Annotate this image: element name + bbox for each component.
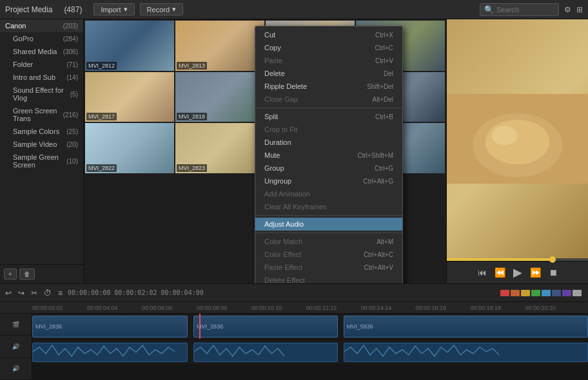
- preview-skip-forward[interactable]: ⏹: [549, 267, 558, 278]
- timeline-ruler: 00:00:02:02 00:00:04:04 00:00:06:06 00:0…: [0, 302, 588, 314]
- preview-controls: ⏮ ⏪ ▶ ⏩ ⏹: [447, 261, 588, 283]
- sidebar-item-sample-colors[interactable]: Sample Colors (25): [0, 125, 83, 138]
- media-thumb[interactable]: MVI_2817: [85, 72, 174, 122]
- sidebar-item-sample-green[interactable]: Sample Green Screen (10): [0, 151, 83, 171]
- preview-skip-back[interactable]: ⏮: [478, 267, 487, 278]
- color-dot-green[interactable]: [531, 290, 540, 296]
- ctx-delete[interactable]: Delete Del: [255, 67, 402, 80]
- sidebar-item-label: Sample Colors: [13, 128, 59, 135]
- ruler-mark: 00:00:18:18: [471, 305, 502, 311]
- preview-step-back[interactable]: ⏪: [495, 267, 505, 278]
- tl-arrow-tool[interactable]: ↩: [4, 287, 13, 299]
- media-thumb[interactable]: MVI_2812: [85, 21, 174, 71]
- sidebar-item-gopro[interactable]: GoPro (284): [0, 32, 83, 45]
- sidebar: Canon (203) GoPro (284) Shared Media (30…: [0, 19, 84, 283]
- sidebar-item-canon[interactable]: Canon (203): [0, 19, 83, 32]
- preview-progress-bar[interactable]: [447, 258, 588, 261]
- sidebar-item-count: (284): [63, 35, 78, 43]
- sidebar-item-count: (71): [66, 61, 78, 68]
- thumb-label: MVI_2818: [177, 113, 207, 120]
- color-marks: [500, 290, 584, 296]
- project-count: (487): [64, 5, 82, 14]
- sidebar-item-label: Intro and Sub: [13, 73, 55, 81]
- preview-step-forward[interactable]: ⏩: [530, 267, 541, 278]
- sidebar-item-label: GoPro: [13, 35, 34, 43]
- svg-point-3: [492, 126, 518, 146]
- sidebar-item-count: (10): [66, 158, 78, 165]
- color-dot-orange[interactable]: [511, 290, 520, 296]
- track-row-video: MVI_2836 MVI_2836 MVI_5836: [32, 314, 588, 339]
- ctx-adjust-audio[interactable]: Adjust Audio: [255, 218, 402, 231]
- ctx-separator: [255, 215, 402, 216]
- timeline-audio-clip-3[interactable]: [344, 343, 588, 362]
- color-dot-navy[interactable]: [552, 290, 561, 296]
- ctx-mute[interactable]: Mute Ctrl+Shift+M: [255, 149, 402, 162]
- ctx-ripple-delete[interactable]: Ripple Delete Shift+Del: [255, 80, 402, 93]
- timeline-audio-clip-1[interactable]: [32, 343, 188, 362]
- ctx-cut[interactable]: Cut Ctrl+X: [255, 28, 402, 41]
- sidebar-item-count: (5): [70, 91, 78, 98]
- thumb-label: MVI_2817: [86, 113, 117, 120]
- ctx-delete-effect: Delete Effect: [255, 274, 402, 283]
- track-area: MVI_2836 MVI_2836 MVI_5836: [32, 314, 588, 380]
- media-thumb[interactable]: MVI_2818: [175, 72, 264, 122]
- ctx-separator: [255, 108, 402, 108]
- sidebar-item-green-screen[interactable]: Green Screen Trans (216): [0, 104, 83, 125]
- timeline-time-mid: 00:00:02:02: [114, 289, 157, 296]
- track-label-video: 🎬: [0, 314, 32, 336]
- sidebar-item-label: Green Screen Trans: [13, 107, 63, 122]
- media-thumb[interactable]: MVI_2813: [175, 21, 264, 71]
- timeline-time-start: 00:00:00:00: [68, 289, 110, 296]
- sidebar-item-shared-media[interactable]: Shared Media (306): [0, 45, 83, 58]
- timeline-time-end: 00:00:04:00: [161, 289, 203, 296]
- grid-icon[interactable]: ⊞: [576, 5, 583, 14]
- timeline-audio-clip-2[interactable]: [193, 343, 338, 362]
- tl-cut-tool[interactable]: ✂: [30, 287, 39, 299]
- sidebar-item-count: (203): [63, 23, 78, 30]
- ruler-marks: 00:00:02:02 00:00:04:04 00:00:06:06 00:0…: [32, 305, 556, 311]
- sidebar-item-label: Sound Effect for Vlog: [13, 86, 70, 102]
- new-folder-button[interactable]: +: [4, 269, 17, 280]
- track-label-audio: 🔊: [0, 336, 32, 357]
- timeline-clip-3[interactable]: MVI_5836: [344, 316, 588, 337]
- ctx-ungroup[interactable]: Ungroup Ctrl+Alt+G: [255, 175, 402, 187]
- color-dot-gray[interactable]: [573, 290, 582, 296]
- import-button[interactable]: Import ▾: [93, 3, 134, 15]
- track-labels: 🎬 🔊 🔊: [0, 314, 32, 380]
- sidebar-item-sample-video[interactable]: Sample Video (20): [0, 138, 83, 151]
- timeline-clip-2[interactable]: MVI_2836: [193, 316, 338, 337]
- ctx-copy[interactable]: Copy Ctrl+C: [255, 41, 402, 54]
- ctx-split[interactable]: Split Ctrl+B: [255, 110, 402, 123]
- media-thumb[interactable]: MVI_2823: [175, 123, 264, 173]
- tl-redo-tool[interactable]: ↪: [17, 287, 26, 299]
- thumb-label: MVI_2822: [86, 164, 117, 172]
- thumb-label: MVI_2823: [177, 164, 207, 172]
- filter-icon[interactable]: ⚙: [564, 5, 571, 14]
- clip-label: MVI_5836: [344, 323, 376, 330]
- color-dot-blue[interactable]: [542, 290, 551, 296]
- context-menu: Cut Ctrl+X Copy Ctrl+C Paste Ctrl+V Dele…: [255, 26, 403, 283]
- ruler-mark: 00:00:14:14: [361, 305, 392, 311]
- timeline-section: ↩ ↪ ✂ ⏱ ≡ 00:00:00:00 00:00:02:02 00:00:…: [0, 283, 588, 380]
- color-dot-red[interactable]: [500, 290, 509, 296]
- tl-clock-tool[interactable]: ⏱: [43, 287, 53, 299]
- preview-play[interactable]: ▶: [513, 265, 522, 280]
- sidebar-item-intro-sub[interactable]: Intro and Sub (14): [0, 71, 83, 84]
- ctx-paste-effect: Paste Effect Ctrl+Alt+V: [255, 261, 402, 274]
- color-dot-purple[interactable]: [562, 290, 571, 296]
- timeline-clip-1[interactable]: MVI_2836: [32, 316, 188, 337]
- sidebar-item-sound-effect[interactable]: Sound Effect for Vlog (5): [0, 84, 83, 104]
- delete-folder-button[interactable]: 🗑: [19, 269, 35, 280]
- ctx-add-animation: Add Animation: [255, 187, 402, 200]
- ctx-duration[interactable]: Duration: [255, 136, 402, 149]
- sidebar-item-label: Sample Green Screen: [13, 153, 66, 169]
- tl-extra-tool[interactable]: ≡: [57, 287, 64, 299]
- record-button[interactable]: Record ▾: [140, 3, 183, 15]
- sidebar-item-folder[interactable]: Folder (71): [0, 58, 83, 71]
- sidebar-item-label: Canon: [5, 22, 26, 30]
- media-thumb[interactable]: MVI_2822: [85, 123, 174, 173]
- search-input[interactable]: [496, 6, 554, 14]
- color-dot-yellow[interactable]: [521, 290, 530, 296]
- media-panel: MVI_2812 MVI_2813 MVI_2814 MVI_2816 MVI_…: [84, 19, 446, 283]
- ctx-group[interactable]: Group Ctrl+G: [255, 162, 402, 175]
